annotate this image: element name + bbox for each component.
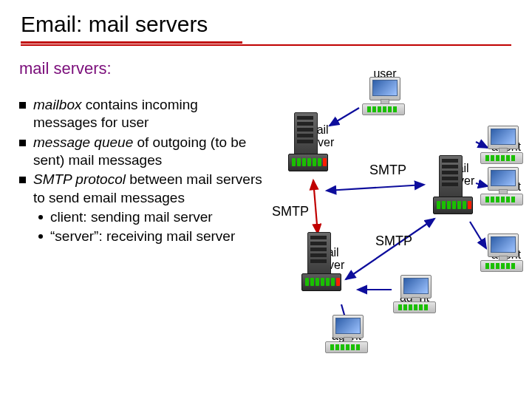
list-subitem: client: sending mail server	[38, 208, 263, 226]
square-bullet-icon	[19, 177, 26, 183]
page-title: Email: mail servers	[0, 0, 532, 38]
list-item: message queue of outgoing (to be sent) m…	[19, 134, 263, 170]
user-agent-icon	[480, 233, 522, 275]
dot-bullet-icon	[38, 234, 43, 239]
smtp-label: SMTP	[369, 163, 406, 178]
mail-server-icon	[301, 232, 341, 296]
list-subitem: “server”: receiving mail server	[38, 228, 263, 245]
square-bullet-icon	[19, 102, 26, 109]
title-baseline	[21, 44, 511, 46]
user-agent-icon	[325, 315, 366, 356]
smtp-label: SMTP	[272, 204, 309, 219]
mail-server-icon	[433, 155, 473, 219]
title-underline	[21, 41, 242, 44]
arrow	[330, 108, 359, 126]
square-bullet-icon	[19, 140, 26, 146]
list-item: SMTP protocol between mail servers to se…	[19, 171, 263, 207]
user-agent-icon	[480, 167, 522, 208]
email-diagram: user agent mail server user agent user a…	[266, 68, 525, 378]
arrow	[327, 185, 424, 191]
bullet-list: mailbox contains incoming messages for u…	[19, 96, 263, 246]
arrow	[346, 219, 434, 279]
dot-bullet-icon	[38, 215, 43, 219]
user-agent-icon	[362, 77, 403, 118]
user-agent-icon	[393, 275, 434, 316]
user-agent-icon	[480, 126, 522, 167]
list-item: mailbox contains incoming messages for u…	[19, 96, 263, 132]
smtp-label: SMTP	[375, 233, 412, 249]
mail-server-icon	[288, 112, 328, 176]
arrow	[313, 180, 318, 233]
